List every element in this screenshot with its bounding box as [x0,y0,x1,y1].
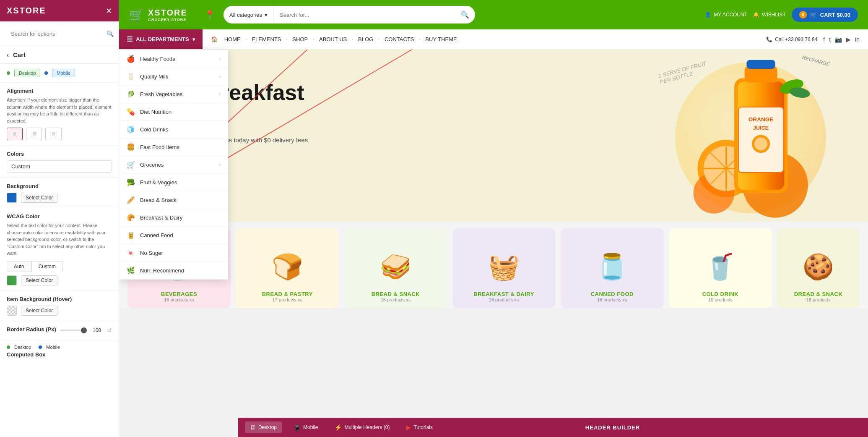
select-wcag-color-btn[interactable]: Select Color [21,275,57,285]
dropdown-item-label: Cold Drinks [140,126,168,133]
select-bg-color-btn[interactable]: Select Color [21,193,57,203]
category-label: All categories [229,12,262,18]
nav-home[interactable]: HOME [220,29,245,50]
canned-food-count: 18 products xs [597,297,627,302]
dropdown-item[interactable]: 🍬 No Suger [119,244,228,262]
nav-blog[interactable]: BLOG [354,29,377,50]
dropdown-item[interactable]: 🥐 Breakfast & Dairy [119,209,228,227]
desktop-label-2: Desktop [14,345,31,350]
align-left-btn[interactable]: ≡ [7,128,23,140]
dropdown-item[interactable]: 🍔 Fast Food Items [119,139,228,156]
bottom-tab-multiple-headers[interactable]: ⚡ Multiple Headers (0) [330,421,395,433]
dropdown-item[interactable]: 🥛 Quality Milk › [119,68,228,86]
dropdown-item-icon: 💊 [127,108,135,116]
slider-reset-icon[interactable]: ↺ [107,327,112,334]
select-item-hover-color-btn[interactable]: Select Color [21,306,57,316]
cart-button[interactable]: 0 🛒 CART $0.00 [792,8,858,22]
sidebar-search-input[interactable] [5,25,103,42]
sidebar-cart-section: ‹ Cart [0,46,119,64]
youtube-icon[interactable]: ▶ [846,36,851,43]
computed-box-label: Computed Box [7,351,112,358]
cart-badge: 0 [799,11,807,18]
wishlist-icon: 🔔 [753,12,759,18]
facebook-icon[interactable]: f [823,36,825,43]
category-dread-snack[interactable]: 🍪 DREAD & SNACK 18 products [777,228,860,308]
social-icons: f t 📷 ▶ in [823,36,860,43]
bread-snack-title: BREAD & SNACK [372,291,420,297]
desktop-toggle[interactable]: Desktop [14,69,40,77]
my-account-button[interactable]: 👤 MY ACCOUNT [705,12,747,18]
dropdown-item[interactable]: 🛒 Groceries › [119,156,228,174]
dropdown-item-icon: 🌿 [127,267,135,275]
border-radius-slider[interactable] [60,330,87,331]
dropdown-item[interactable]: 🍎 Healthy Foods › [119,50,228,68]
breakfast-dairy-title: BREAKFAST & DAIRY [473,291,534,297]
category-bread-pastry[interactable]: 🍞 BREAD & PASTRY 17 products xs [236,228,339,308]
hero-product-image: ORANGE JUICE 1 SERVE OF FRUIT PER BOTTLE [658,54,834,217]
svg-text:JUICE: JUICE [753,125,769,131]
main-search-input[interactable] [274,6,455,24]
colors-label: Colors [7,151,112,157]
location-icon[interactable]: 📍 [205,10,215,20]
mobile-toggle[interactable]: Mobile [52,69,75,77]
item-hover-swatch[interactable] [7,306,17,316]
dropdown-item[interactable]: 🧊 Cold Drinks [119,121,228,139]
category-breakfast-dairy[interactable]: 🧺 BREAKFAST & DAIRY 18 products xs [452,228,556,308]
dropdown-item[interactable]: 🥫 Canned Food [119,227,228,244]
desktop-tab-label: Desktop [258,424,277,430]
back-arrow-icon[interactable]: ‹ [7,51,9,58]
dropdown-item[interactable]: 🥖 Bread & Snack [119,191,228,209]
twitter-icon[interactable]: t [829,36,831,43]
main-search-button[interactable]: 🔍 [455,11,475,19]
category-bread-snack[interactable]: 🥪 BREAD & SNACK 18 products xs [344,228,447,308]
instagram-icon[interactable]: 📷 [835,36,842,43]
desktop-dot [7,71,10,75]
bottom-tab-mobile[interactable]: 📱 Mobile [288,421,323,433]
nav-bar: ☰ ALL DEPARTMENTS ▾ 🏠 HOME • ELEMENTS • … [119,29,868,50]
tutorials-icon: ▶ [406,424,411,431]
wcag-custom-tab[interactable]: Custom [31,261,63,272]
wishlist-button[interactable]: 🔔 WISHLIST [753,12,786,18]
border-radius-label: Border Radius (Px) [7,326,56,332]
nav-contacts[interactable]: CONTACTS [380,29,418,50]
bottom-tab-desktop[interactable]: 🖥 Desktop [245,421,282,433]
bread-snack-image: 🥪 [374,246,416,288]
dropdown-item-icon: 🍔 [127,143,135,151]
top-bar-right: 👤 MY ACCOUNT 🔔 WISHLIST 0 🛒 CART $0.00 [705,8,858,22]
all-departments-menu[interactable]: ☰ ALL DEPARTMENTS ▾ [119,29,203,49]
dropdown-item-label: Fast Food Items [140,144,179,150]
nav-buy-theme[interactable]: BUY THEME [421,29,461,50]
cart-label: Cart [13,51,26,58]
multiple-headers-label: Multiple Headers (0) [344,424,390,430]
dropdown-item-label: Fruit & Veggies [140,179,177,186]
search-category-dropdown[interactable]: All categories ▾ [223,6,274,24]
slider-thumb[interactable] [81,327,87,333]
dropdown-item[interactable]: 💊 Diet Nutrition [119,103,228,121]
bg-color-swatch[interactable] [7,193,17,203]
colors-dropdown[interactable]: Custom [7,160,112,173]
dropdown-item-label: Canned Food [140,232,173,238]
bottom-tab-tutorials[interactable]: ▶ Tutorials [401,421,438,433]
nav-shop[interactable]: SHOP [288,29,312,50]
dropdown-item[interactable]: 🌿 Nutr. Recommend [119,262,228,280]
nav-about[interactable]: ABOUT US [315,29,351,50]
search-bar: All categories ▾ 🔍 [223,6,475,24]
dropdown-item[interactable]: 🥦 Fruit & Veggies [119,174,228,191]
linkedin-icon[interactable]: in [855,36,860,43]
dropdown-item-icon: 🥫 [127,231,135,239]
alignment-section: Alignment Attention: if your element siz… [0,83,119,146]
dread-snack-image: 🍪 [798,246,839,288]
cold-drink-title: COLD DRINK [702,291,739,297]
close-icon[interactable]: ✕ [106,6,112,16]
nav-elements[interactable]: ELEMENTS [247,29,285,50]
phone-icon: 📞 [766,37,772,42]
align-right-btn[interactable]: ≡ [45,128,61,140]
align-center-btn[interactable]: ≡ [26,128,42,140]
wcag-color-swatch[interactable] [7,275,17,285]
dropdown-item-label: Healthy Foods [140,56,175,62]
category-canned-food[interactable]: 🫙 CANNED FOOD 18 products xs [561,228,664,308]
svg-rect-11 [746,60,775,69]
category-cold-drink[interactable]: 🥤 COLD DRINK 19 products [669,228,772,308]
wcag-auto-tab[interactable]: Auto [7,261,31,272]
dropdown-item[interactable]: 🥬 Fresh Vegetables › [119,86,228,103]
